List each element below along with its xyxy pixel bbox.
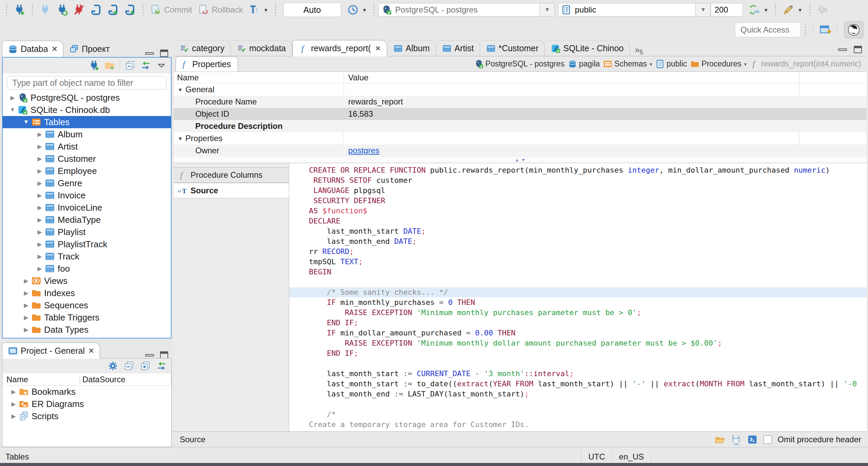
column-header-value[interactable]: Value (343, 73, 369, 82)
new-sql-editor-button[interactable] (121, 3, 138, 17)
reconnect-button[interactable] (54, 3, 71, 17)
expand-all-icon[interactable] (140, 361, 151, 371)
sql-editor-button[interactable] (87, 3, 104, 17)
connect-button[interactable] (37, 3, 54, 17)
tree-collapsed-arrow-icon[interactable]: ▶ (35, 241, 45, 248)
editor-tab-artist[interactable]: Artist (436, 40, 480, 56)
tree-collapsed-arrow-icon[interactable]: ▶ (35, 155, 45, 162)
tree-item-tables[interactable]: ▼Tables (3, 116, 171, 128)
tree-item-track[interactable]: ▶Track (3, 250, 171, 263)
column-header-name[interactable]: Name (174, 73, 343, 82)
subtab-procedure-columns[interactable]: fProcedure Columns (174, 167, 289, 183)
tree-collapsed-arrow-icon[interactable]: ▶ (21, 314, 31, 321)
tree-item-views[interactable]: ▶Views (3, 275, 171, 287)
schema-dropdown-button[interactable]: ▼ (695, 3, 710, 16)
open-sql-script-button[interactable] (104, 3, 121, 17)
editor-tab-rewards_report-[interactable]: frewards_report(✕ (292, 40, 387, 56)
close-icon[interactable]: ✕ (52, 45, 58, 54)
tree-collapsed-arrow-icon[interactable]: ▶ (21, 326, 31, 333)
tree-item-employee[interactable]: ▶Employee (3, 165, 171, 177)
splitter-sash[interactable]: ▲ ▼ (174, 157, 867, 163)
tree-item-invoice[interactable]: ▶Invoice (3, 189, 171, 201)
open-perspective-button[interactable] (817, 21, 834, 38)
close-icon[interactable]: ✕ (88, 347, 94, 355)
property-row-procedure-description[interactable]: Procedure Description (174, 120, 867, 132)
new-connection-button[interactable] (11, 3, 28, 17)
settings-gear-icon[interactable] (107, 361, 118, 371)
project-item-bookmarks[interactable]: ▶Bookmarks (2, 386, 171, 398)
sash-down-icon[interactable]: ▼ (521, 158, 526, 162)
tree-item-playlist[interactable]: ▶Playlist (3, 226, 171, 238)
group-expand-arrow-icon[interactable]: ▼ (178, 136, 183, 141)
tree-item-invoiceline[interactable]: ▶InvoiceLine (3, 201, 171, 214)
locale-indicator[interactable]: en_US (612, 451, 651, 463)
maximize-icon[interactable] (854, 46, 862, 53)
tree-item-sequences[interactable]: ▶Sequences (3, 299, 171, 311)
generate-mock-data-button[interactable]: ▼ (780, 3, 805, 17)
fetch-size-input[interactable] (711, 3, 743, 17)
project-item-scripts[interactable]: ▶Scripts (2, 410, 171, 422)
tree-expanded-arrow-icon[interactable]: ▼ (7, 106, 18, 113)
connection-combo[interactable]: PostgreSQL - postgres ▼ (378, 3, 555, 17)
breadcrumb-item-pagila[interactable]: pagila (568, 59, 600, 69)
tree-collapsed-arrow-icon[interactable]: ▶ (35, 168, 45, 175)
property-row-properties[interactable]: ▼Properties (174, 132, 867, 144)
tree-collapsed-arrow-icon[interactable]: ▶ (35, 143, 45, 150)
tree-collapsed-arrow-icon[interactable]: ▶ (21, 290, 31, 297)
editor-tab-mockdata[interactable]: mockdata (231, 40, 292, 56)
tree-expanded-arrow-icon[interactable]: ▼ (21, 119, 31, 125)
dropdown-arrow-icon[interactable]: ▾ (744, 61, 747, 67)
minimize-icon[interactable] (838, 48, 847, 51)
maximize-icon[interactable] (160, 50, 168, 57)
tree-item-album[interactable]: ▶Album (3, 128, 171, 140)
breadcrumb-item-procedures[interactable]: Procedures▾ (690, 59, 747, 69)
tree-collapsed-arrow-icon[interactable]: ▶ (35, 204, 45, 211)
breadcrumb-item-public[interactable]: public (655, 59, 687, 69)
property-value[interactable]: postgres (343, 146, 379, 155)
property-row-object-id[interactable]: Object ID16,583 (174, 108, 867, 120)
tree-item-genre[interactable]: ▶Genre (3, 177, 171, 189)
tree-collapsed-arrow-icon[interactable]: ▶ (35, 216, 45, 224)
sash-up-icon[interactable]: ▲ (515, 158, 519, 162)
owner-link[interactable]: postgres (348, 146, 379, 155)
tree-collapsed-arrow-icon[interactable]: ▶ (35, 253, 45, 260)
dbeaver-perspective-button[interactable] (844, 21, 863, 38)
property-row-owner[interactable]: Ownerpostgres (174, 144, 867, 157)
maximize-icon[interactable] (160, 351, 168, 359)
source-editor[interactable]: CREATE OR REPLACE FUNCTION public.reward… (289, 163, 867, 431)
tree-collapsed-arrow-icon[interactable]: ▶ (35, 180, 45, 187)
tree-item-table-triggers[interactable]: ▶Table Triggers (3, 311, 171, 324)
column-header-datasource[interactable]: DataSource (80, 375, 171, 384)
disconnect-button[interactable] (71, 3, 87, 17)
tree-collapsed-arrow-icon[interactable]: ▶ (35, 229, 45, 236)
view-tab-databa[interactable]: Databa✕ (2, 41, 63, 57)
object-filter-input[interactable] (7, 76, 166, 90)
tree-item-foo[interactable]: ▶foo (3, 263, 171, 275)
tree-collapsed-arrow-icon[interactable]: ▶ (21, 302, 31, 309)
close-icon[interactable]: ✕ (375, 44, 381, 53)
new-folder-icon[interactable] (104, 60, 115, 71)
tree-collapsed-arrow-icon[interactable]: ▶ (8, 413, 19, 420)
editor-tab-category[interactable]: category (174, 40, 231, 56)
subtab-source[interactable]: ‹›TSource (174, 183, 289, 198)
tab-project-general[interactable]: Project - General ✕ (2, 343, 100, 359)
tree-item-artist[interactable]: ▶Artist (3, 140, 171, 153)
back-button[interactable] (814, 3, 831, 17)
breadcrumb-item-schemas[interactable]: Schemas▾ (603, 59, 652, 69)
tree-collapsed-arrow-icon[interactable]: ▶ (8, 401, 19, 408)
tab-overflow-button[interactable]: »5 (630, 44, 646, 56)
connection-dropdown-button[interactable]: ▼ (539, 3, 554, 16)
column-header-name[interactable]: Name (2, 375, 80, 384)
link-with-editor-icon[interactable] (140, 60, 151, 71)
tab-properties[interactable]: f Properties (176, 56, 238, 72)
tree-item-customer[interactable]: ▶Customer (3, 153, 171, 165)
editor-tab-sqlite-chinoo[interactable]: SQLite - Chinoo (545, 40, 630, 56)
minimize-icon[interactable] (145, 52, 154, 55)
tree-collapsed-arrow-icon[interactable]: ▶ (7, 94, 18, 101)
tree-collapsed-arrow-icon[interactable]: ▶ (35, 192, 45, 199)
collapse-all-icon[interactable] (125, 60, 136, 71)
persist-console-icon[interactable] (747, 434, 758, 445)
group-expand-arrow-icon[interactable]: ▼ (178, 87, 183, 93)
project-item-er-diagrams[interactable]: ▶ER Diagrams (2, 398, 171, 410)
quick-access-input[interactable] (735, 22, 801, 37)
